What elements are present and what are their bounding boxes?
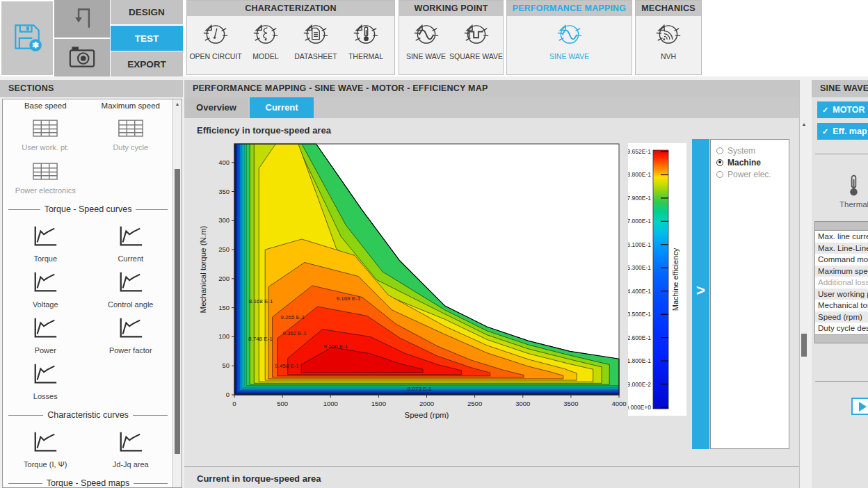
toolbar-group-label: PERFORMANCE MAPPING [507, 1, 632, 16]
svg-text:1000: 1000 [323, 400, 338, 407]
sidebar-item-losses[interactable]: Losses [31, 361, 60, 400]
sidebar-item-torque[interactable]: Torque [31, 223, 60, 263]
radio-icon [716, 171, 723, 178]
main-scrollbar-thumb[interactable] [801, 334, 807, 357]
run-test-button[interactable] [851, 398, 868, 415]
sidebar-item-label: Losses [33, 392, 58, 400]
thermometer-icon[interactable] [846, 174, 862, 201]
scroll-up-icon[interactable]: ▲ [800, 80, 808, 127]
sidebar-item-power-factor[interactable]: Power factor [109, 315, 152, 355]
radio-icon [716, 147, 723, 154]
sidebar-item-label: Power [35, 346, 56, 355]
sidebar-item-power-electronics[interactable]: Power electronics [15, 161, 76, 195]
radio-system[interactable]: System [714, 145, 786, 156]
y-axis-label: Mechanical torque (N.m) [199, 225, 207, 313]
toolbar-group-label: CHARACTERIZATION [187, 1, 394, 16]
test-mode-button[interactable]: TEST [111, 26, 183, 51]
sidebar-item-label: Torque (I, Ψ) [24, 460, 67, 469]
toolbar-item-nvh[interactable]: NVH [643, 16, 693, 60]
table-row[interactable]: Maximum spee [815, 266, 868, 277]
scroll-up-icon[interactable]: ▲ [173, 99, 182, 106]
curve-icon [31, 315, 60, 344]
radio-machine[interactable]: Machine [714, 156, 786, 168]
snapshot-button[interactable] [54, 39, 110, 76]
sidebar-item-voltage[interactable]: Voltage [31, 269, 60, 309]
main-scrollbar[interactable]: ▲ [799, 80, 808, 488]
toolbar-item-thermal[interactable]: THERMAL [341, 16, 391, 60]
panel-expander[interactable]: > [692, 139, 709, 449]
toolbar: ✱ DESIGN TEST EXPORT CHARACTERIZATION OP… [0, 0, 868, 76]
tab-overview[interactable]: Overview [184, 97, 248, 118]
right-divider-top [815, 154, 868, 154]
import-arrow-button[interactable] [54, 0, 110, 38]
colorbar-tick: 4.400E-1 [628, 288, 651, 295]
toolbar-item-sine-wave[interactable]: SINE WAVE [401, 16, 451, 60]
toolbar-item-label: SINE WAVE [406, 52, 446, 60]
sidebar-item-label[interactable]: Base speed [24, 101, 67, 110]
curve-icon [31, 429, 60, 458]
toolbar-item-open-circuit[interactable]: OPEN CIRCUIT [191, 16, 241, 60]
toolbar-item-sine-wave[interactable]: SINE WAVE [545, 16, 595, 60]
radio-power-elec-[interactable]: Power elec. [714, 168, 786, 180]
sections-scrollbar[interactable]: ▲ [172, 99, 182, 488]
curve-icon [31, 361, 60, 390]
design-mode-button[interactable]: DESIGN [111, 0, 183, 24]
thermal-label: Thermal [839, 200, 868, 209]
toolbar-item-label: THERMAL [348, 52, 383, 60]
contour-label: 9.265 E-1 [280, 314, 305, 320]
table-row[interactable]: User working p [815, 288, 868, 300]
tab-current[interactable]: Current [250, 97, 314, 118]
x-axis-label: Speed (rpm) [405, 411, 449, 419]
sections-scrollbar-thumb[interactable] [175, 169, 180, 454]
sine-wave-icon [555, 19, 584, 51]
toolbar-group-label: WORKING POINT [399, 1, 503, 16]
table-header [815, 222, 868, 231]
model-icon [251, 19, 280, 51]
colorbar-label: Machine efficiency [671, 247, 680, 311]
svg-text:0: 0 [226, 391, 230, 398]
toolbar-item-model[interactable]: MODEL [241, 16, 291, 60]
radio-label: Machine [728, 158, 761, 168]
sidebar-item-power[interactable]: Power [31, 315, 60, 355]
table-row[interactable]: Duty cycle des [815, 323, 868, 334]
save-button[interactable]: ✱ [1, 1, 53, 75]
sidebar-item-label[interactable]: Maximum speed [102, 101, 160, 110]
toolbar-item-label: SQUARE WAVE [449, 52, 503, 60]
sidebar-item-label: Current [118, 254, 143, 263]
table-row[interactable]: Speed (rpm) [815, 311, 868, 323]
table-row[interactable]: Additional loss [815, 277, 868, 288]
colorbar-tick: 1.800E-1 [628, 357, 651, 364]
eff-map-button[interactable]: ✓ Eff. map [817, 123, 868, 140]
table-row[interactable]: Command mod [815, 254, 868, 266]
save-icon: ✱ [9, 19, 45, 58]
open-circuit-icon [201, 19, 230, 51]
toolbar-item-square-wave[interactable]: SQUARE WAVE [451, 16, 501, 60]
svg-text:150: 150 [218, 304, 230, 311]
table-icon [118, 118, 144, 141]
svg-text:250: 250 [218, 245, 230, 253]
sidebar-item-jd-jq-area[interactable]: Jd-Jq area [113, 429, 149, 469]
sidebar-item-current[interactable]: Current [116, 223, 145, 263]
svg-text:4000: 4000 [611, 400, 626, 407]
toolbar-item-datasheet[interactable]: DATASHEET [291, 16, 341, 60]
table-row[interactable]: Max. Line-Line [815, 243, 868, 254]
svg-text:1500: 1500 [371, 400, 386, 407]
colorbar-tick: 6.100E-1 [628, 241, 651, 248]
colorbar: 9.652E-18.800E-17.900E-17.000E-16.100E-1… [628, 143, 686, 416]
export-mode-button[interactable]: EXPORT [111, 51, 183, 76]
motor-button[interactable]: ✓ MOTOR [817, 101, 868, 118]
colorbar-tick: 9.652E-1 [628, 148, 651, 155]
table-row[interactable]: Max. line curre [815, 231, 868, 243]
colorbar-tick: 7.900E-1 [628, 195, 651, 202]
toolbar-group-performance-mapping: PERFORMANCE MAPPING SINE WAVE [506, 0, 632, 75]
colorbar-tick: 2.600E-1 [628, 334, 651, 341]
svg-text:200: 200 [218, 275, 230, 282]
sidebar-item-duty-cycle[interactable]: Duty cycle [113, 118, 148, 152]
svg-text:350: 350 [218, 188, 230, 195]
sidebar-item-torque-i-[interactable]: Torque (I, Ψ) [24, 429, 67, 469]
table-row[interactable]: Mechanical tor [815, 300, 868, 311]
sidebar-item-control-angle[interactable]: Control angle [108, 269, 153, 309]
return-arrow-icon [66, 1, 98, 36]
section-current-title: Current in torque-speed area [197, 473, 321, 484]
sidebar-item-user-work-pt[interactable]: User work. pt. [22, 118, 69, 152]
